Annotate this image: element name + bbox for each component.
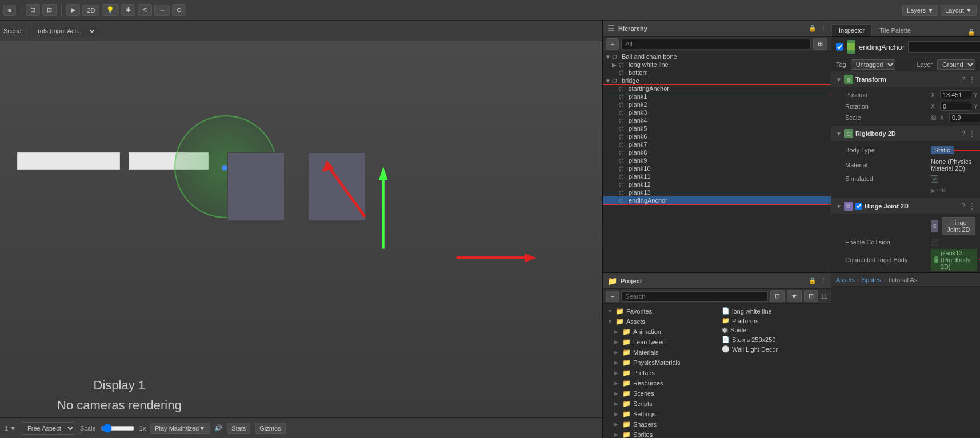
hierarchy-item-plank10[interactable]: ⬡plank10 <box>603 164 831 172</box>
project-folder-physicsmaterials[interactable]: ▶📁PhysicsMaterials <box>603 357 717 368</box>
project-asset-long-white-line[interactable]: 📄long white line <box>717 306 831 316</box>
edit-joint-angular-limits-button[interactable]: Hinge Joint 2D <box>942 217 975 235</box>
hierarchy-content[interactable]: ▼⬡Ball and chain bone▶⬡long white line⬡b… <box>603 51 831 272</box>
project-more-icon[interactable]: ⋮ <box>820 277 826 284</box>
scale-x-input[interactable] <box>949 113 980 122</box>
hierarchy-item-plank4[interactable]: ⬡plank4 <box>603 116 831 124</box>
rb2d-help-icon[interactable]: ? <box>961 130 965 138</box>
controls-select[interactable]: rols (Input Acti... <box>31 25 97 37</box>
hierarchy-item-plank1[interactable]: ⬡plank1 <box>603 93 831 101</box>
tab-tile-palette[interactable]: Tile Palette <box>872 24 918 36</box>
rigidbody2d-header[interactable]: ▼ ⊙ Rigidbody 2D ? ⋮ <box>831 126 980 141</box>
hierarchy-item-long-white-line[interactable]: ▶⬡long white line <box>603 61 831 69</box>
project-asset-stems-250x250[interactable]: 📄Stems 250x250 <box>717 335 831 344</box>
hierarchy-item-plank5[interactable]: ⬡plank5 <box>603 124 831 132</box>
breadcrumb-sprites[interactable]: Sprites <box>862 276 881 283</box>
hierarchy-toolbar: + ⊞ <box>603 37 831 51</box>
project-folder-sprites[interactable]: ▶📁Sprites <box>603 429 717 438</box>
hierarchy-item-plank3[interactable]: ⬡plank3 <box>603 109 831 116</box>
tab-inspector[interactable]: Inspector <box>831 24 872 36</box>
inspector-lock-icon[interactable]: 🔒 <box>963 29 980 36</box>
hingejoint2d-header[interactable]: ▼ ⧉ Hinge Joint 2D ? ⋮ <box>831 199 980 214</box>
layer-select[interactable]: Ground <box>937 59 975 70</box>
hierarchy-item-plank11[interactable]: ⬡plank11 <box>603 172 831 180</box>
project-folder-assets[interactable]: ▼📁Assets <box>603 316 717 327</box>
hierarchy-item-plank8[interactable]: ⬡plank8 <box>603 148 831 156</box>
play-button[interactable]: ▶ <box>66 4 80 16</box>
position-x-input[interactable] <box>940 90 971 99</box>
hierarchy-item-startingAnchor[interactable]: ⬡startingAnchor <box>603 85 831 93</box>
scene-canvas[interactable]: Display 1 No cameras rendering <box>0 41 602 438</box>
project-filter-2[interactable]: ★ <box>787 290 802 302</box>
object-enabled-checkbox[interactable] <box>836 43 843 51</box>
simulated-row: Simulated ✓ <box>845 173 975 184</box>
global-button[interactable]: ↔ <box>154 5 170 16</box>
simulated-checkbox[interactable]: ✓ <box>931 175 938 183</box>
2d-button[interactable]: 2D <box>82 5 99 16</box>
pivot-button[interactable]: ⟲ <box>138 4 152 16</box>
hierarchy-item-plank7[interactable]: ⬡plank7 <box>603 140 831 148</box>
rb2d-menu-icon[interactable]: ⋮ <box>969 130 975 138</box>
project-folder-leantween[interactable]: ▶📁LeanTween <box>603 337 717 347</box>
hierarchy-add-button[interactable]: + <box>606 38 619 50</box>
hierarchy-item-plank9[interactable]: ⬡plank9 <box>603 156 831 164</box>
transform-menu-icon[interactable]: ⋮ <box>969 75 975 83</box>
project-asset-wall-light-decor[interactable]: ⚪Wall Light Decor <box>717 344 831 354</box>
project-folder-shaders[interactable]: ▶📁Shaders <box>603 419 717 429</box>
project-filter-1[interactable]: ⊡ <box>770 290 785 302</box>
info-toggle[interactable]: ▶ Info <box>931 187 946 194</box>
menu-button[interactable]: ≡ <box>3 5 16 16</box>
fx-button[interactable]: ✱ <box>121 4 135 16</box>
project-asset-platforms[interactable]: 📁Platforms <box>717 316 831 326</box>
rotation-x-input[interactable] <box>940 102 971 111</box>
project-folder-prefabs[interactable]: ▶📁Prefabs <box>603 368 717 378</box>
project-asset-spider[interactable]: 🕷Spider <box>717 326 831 335</box>
project-folder-settings[interactable]: ▶📁Settings <box>603 409 717 419</box>
project-filter-3[interactable]: ⊞ <box>804 290 818 302</box>
hierarchy-item-bottom[interactable]: ⬡bottom <box>603 69 831 77</box>
snap-button[interactable]: ⊕ <box>172 4 186 16</box>
hierarchy-lock-icon[interactable]: 🔒 <box>809 25 817 32</box>
hj2d-help-icon[interactable]: ? <box>961 202 965 210</box>
hierarchy-item-plank12[interactable]: ⬡plank12 <box>603 180 831 188</box>
stats-button[interactable]: Stats <box>227 423 250 434</box>
aspect-select[interactable]: Free Aspect <box>21 422 75 435</box>
transform-header[interactable]: ▼ ⊕ Transform ? ⋮ <box>831 72 980 87</box>
hierarchy-more-icon[interactable]: ⋮ <box>820 25 826 32</box>
transform-button[interactable]: ⊞ <box>26 4 40 16</box>
rotation-xyz: X Y Z <box>931 102 980 111</box>
project-folder-resources[interactable]: ▶📁Resources <box>603 378 717 388</box>
object-name-field[interactable] <box>908 41 980 53</box>
project-folder-favorites[interactable]: ▼📁Favorites <box>603 306 717 316</box>
hierarchy-item-plank13[interactable]: ⬡plank13 <box>603 188 831 196</box>
layout-button[interactable]: Layout ▼ <box>941 5 977 16</box>
hierarchy-item-ball-chain-bone[interactable]: ▼⬡Ball and chain bone <box>603 53 831 61</box>
transform-collapse-arrow: ▼ <box>836 77 842 83</box>
gizmos-button[interactable]: Gizmos <box>255 423 285 434</box>
hierarchy-focus-button[interactable]: ⊞ <box>813 38 827 50</box>
hj2d-menu-icon[interactable]: ⋮ <box>969 202 975 210</box>
project-folder-scripts[interactable]: ▶📁Scripts <box>603 399 717 409</box>
hj2d-enabled-checkbox[interactable] <box>855 203 862 210</box>
hierarchy-search[interactable] <box>621 39 811 49</box>
hierarchy-item-bridge[interactable]: ▼⬡bridge <box>603 77 831 85</box>
project-search[interactable] <box>621 291 767 302</box>
project-folder-scenes[interactable]: ▶📁Scenes <box>603 388 717 399</box>
layers-button[interactable]: Layers ▼ <box>902 5 938 16</box>
breadcrumb-assets[interactable]: Assets <box>836 276 855 283</box>
play-maximized-button[interactable]: Play Maximized▼ <box>150 423 210 434</box>
hierarchy-item-plank2[interactable]: ⬡plank2 <box>603 101 831 109</box>
hierarchy-item-plank6[interactable]: ⬡plank6 <box>603 132 831 140</box>
project-lock-icon[interactable]: 🔒 <box>809 277 817 284</box>
project-folder-materials[interactable]: ▶📁Materials <box>603 347 717 357</box>
light-button[interactable]: 💡 <box>102 4 119 16</box>
tag-select[interactable]: Untagged <box>851 59 895 70</box>
grid-button[interactable]: ⊡ <box>42 4 57 16</box>
hierarchy-item-endingAnchor[interactable]: ⬡endingAnchor <box>603 196 831 204</box>
project-folder-animation[interactable]: ▶📁Animation <box>603 327 717 337</box>
project-add-button[interactable]: + <box>606 291 619 302</box>
breadcrumb-tutorial: Tutorial As <box>888 276 918 283</box>
enable-collision-checkbox[interactable] <box>931 239 938 246</box>
scale-slider[interactable] <box>101 424 135 433</box>
transform-help-icon[interactable]: ? <box>961 75 965 83</box>
